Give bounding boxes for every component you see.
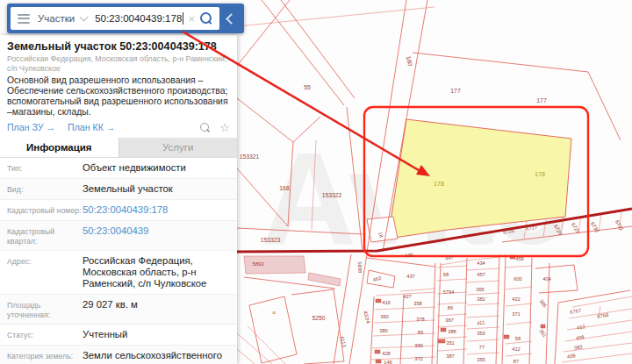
parcel-label: 351 — [446, 340, 455, 346]
parcel-label: 68 — [443, 272, 449, 277]
parcel-label: 168 — [279, 185, 290, 191]
parcel-label: 6113 — [340, 336, 347, 347]
page-title: Земельный участок 50:23:0040439:178 — [7, 40, 228, 53]
info-row: Кадастровый квартал:50:23:0040439 — [0, 221, 237, 251]
chevron-down-icon[interactable] — [80, 13, 89, 22]
parcel-label: 6731 — [614, 219, 625, 232]
info-row-label: Площадь уточненная: — [0, 299, 83, 319]
info-table: Тип:Объект недвижимостиВид:Земельный уча… — [0, 158, 237, 364]
info-row-value: Российская Федерация, Московская область… — [83, 255, 237, 289]
parcel-label: 5794 — [443, 289, 456, 295]
parcel-label: 77 — [479, 345, 485, 350]
parcel-label: 180 — [406, 55, 413, 67]
info-row: Вид:Земельный участок — [0, 179, 237, 200]
search-bar: Участки 50:23:0040439:178 × — [7, 4, 244, 33]
parcel-label: 6768 — [597, 312, 609, 319]
search-category-select[interactable]: Участки — [38, 13, 75, 24]
info-row-label: Категория земель: — [0, 350, 83, 364]
parcel-label: 408 — [567, 353, 576, 359]
info-row: Тип:Объект недвижимости — [0, 158, 237, 179]
parcel-label: 457 — [477, 272, 485, 277]
info-row: Кадастровый номер:50:23:0040439:178 — [0, 200, 237, 221]
info-row-label: Адрес: — [0, 255, 83, 289]
parcel-label: 371 — [512, 311, 521, 317]
parcel-label: 58 — [515, 336, 521, 341]
parcel-label: 411 — [477, 319, 485, 325]
parcel-label: 153322 — [322, 192, 342, 198]
search-query-text[interactable]: 50:23:0040439:178 — [95, 13, 182, 24]
info-row: Статус:Учтенный — [0, 325, 237, 346]
cadastral-map[interactable]: Avito — [237, 0, 632, 364]
info-row: Адрес:Российская Федерация, Московская о… — [0, 251, 237, 295]
favorite-star-icon[interactable]: ☆ — [219, 122, 230, 133]
parcel-label: 449 — [405, 253, 413, 259]
parcel-label: 6729 — [571, 222, 581, 234]
parcel-label: 413 — [577, 324, 585, 330]
parcel-label: 388 — [448, 329, 456, 334]
parcel-label: 409 — [576, 334, 585, 340]
parcel-label: 385 — [538, 298, 547, 308]
parcel-label: 5898 — [356, 261, 363, 273]
panel-tabs: Информация Услуги — [0, 138, 237, 158]
parcel-label: 86 — [448, 305, 453, 310]
parcel-label: 178 — [535, 170, 545, 178]
collapse-panel-button[interactable] — [219, 4, 241, 33]
parcel-label: 353 — [477, 331, 485, 336]
menu-icon[interactable] — [18, 11, 30, 25]
info-row-value-link[interactable]: 50:23:0040439 — [83, 225, 237, 246]
chevron-left-icon — [226, 13, 237, 25]
info-row-label: Кадастровый квартал: — [0, 225, 83, 246]
info-row-label: Статус: — [0, 329, 83, 340]
parcel-label: 459 — [515, 256, 524, 261]
parcel-label: 361 — [538, 328, 547, 338]
parcel-label: o — [272, 310, 275, 315]
parcel-label: 412 — [512, 346, 521, 352]
parcel-label: 434 — [477, 261, 485, 266]
info-row-value: 29 027 кв. м — [83, 299, 237, 319]
parcel-label: 55 — [304, 84, 311, 90]
info-row-label: Тип: — [0, 162, 83, 174]
parcel-label: 453 — [372, 275, 382, 282]
parcel-label: 6767 — [570, 308, 582, 315]
plan-kk-link[interactable]: План КК → — [68, 122, 115, 132]
parcel-label: 89 — [418, 330, 423, 335]
parcel-label: 447 — [445, 255, 454, 261]
tab-services[interactable]: Услуги — [118, 138, 238, 157]
parcel-label: 5250 — [312, 315, 325, 321]
info-row-label: Кадастровый номер: — [0, 204, 83, 216]
parcel-label: 427 — [403, 294, 412, 299]
parcel-label: 378 — [416, 317, 425, 322]
parcel-label: 428 — [382, 351, 391, 356]
parcel-label: 380 — [379, 328, 388, 333]
info-row-value: Объект недвижимости — [83, 162, 237, 174]
parcel-description: Основной вид разрешенного использования … — [7, 75, 230, 118]
parcel-label: 358 — [413, 301, 422, 306]
parcel-label: 416 — [382, 300, 391, 305]
plan-links-row: План ЗУ → План КК → ☆ — [7, 120, 230, 134]
parcel-label: 432/4 — [363, 310, 371, 325]
parcel-label: 360 — [380, 314, 389, 319]
plan-zu-link[interactable]: План ЗУ → — [7, 122, 55, 132]
parcel-label: 5893 — [253, 261, 264, 267]
info-row-value: Земельный участок — [83, 183, 237, 195]
parcel-label: 382 — [477, 296, 485, 302]
parcel-info-panel: Земельный участок 50:23:0040439:178 Росс… — [0, 35, 237, 364]
parcel-label: 437 — [406, 274, 415, 279]
info-row-value: Земли сельскохозяйственного назначения — [83, 350, 237, 364]
parcel-label: 146 — [384, 360, 392, 364]
text-cursor — [183, 12, 183, 25]
parcel-label: 387 — [446, 353, 455, 359]
document-search-icon[interactable] — [200, 123, 209, 132]
parcel-label: 422 — [512, 296, 521, 302]
search-icon[interactable] — [200, 12, 212, 24]
parcel-label: 372 — [414, 356, 423, 361]
search-input[interactable]: Участки 50:23:0040439:178 × — [11, 7, 219, 30]
parcel-location: Российская Федерация, Московская область… — [7, 54, 228, 73]
parcel-label: 600 — [514, 276, 522, 282]
tab-information[interactable]: Информация — [0, 138, 118, 157]
info-row-value: Учтенный — [83, 329, 237, 340]
clear-search-icon[interactable]: × — [184, 13, 198, 25]
parcel-label: 153323 — [261, 237, 281, 243]
parcel-label: 355 — [477, 357, 485, 362]
info-row-value-link[interactable]: 50:23:0040439:178 — [83, 204, 237, 216]
